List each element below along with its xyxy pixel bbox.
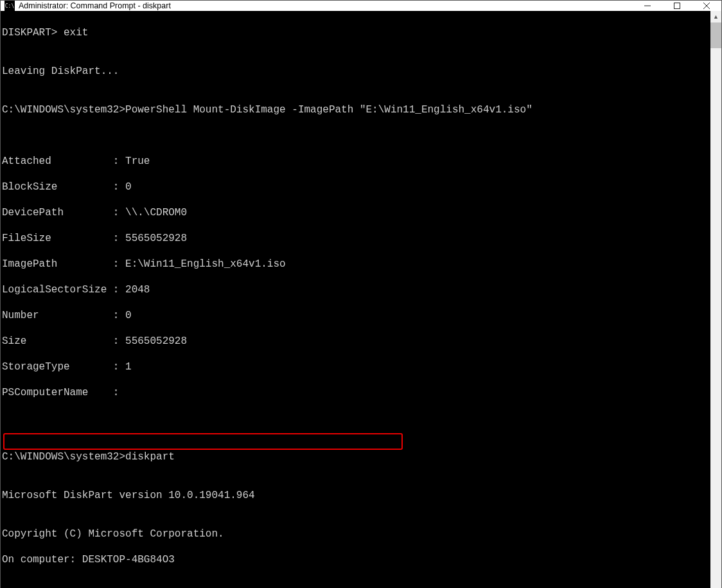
terminal-line: DevicePath : \\.\CDROM0 xyxy=(2,206,709,219)
maximize-button[interactable] xyxy=(662,1,692,11)
annotation-highlight xyxy=(3,433,403,450)
terminal-line: DISKPART> exit xyxy=(2,26,709,39)
terminal-area: DISKPART> exit Leaving DiskPart... C:\WI… xyxy=(1,11,721,588)
minimize-button[interactable] xyxy=(633,1,662,11)
terminal-line: FileSize : 5565052928 xyxy=(2,232,709,245)
titlebar[interactable]: Administrator: Command Prompt - diskpart xyxy=(1,1,721,11)
terminal-line: Leaving DiskPart... xyxy=(2,65,709,78)
terminal-line: C:\WINDOWS\system32>PowerShell Mount-Dis… xyxy=(2,103,709,116)
terminal-line: Number : 0 xyxy=(2,309,709,322)
terminal-line: Size : 5565052928 xyxy=(2,335,709,348)
terminal-line: BlockSize : 0 xyxy=(2,181,709,193)
terminal-line: On computer: DESKTOP-4BG84O3 xyxy=(2,553,709,566)
scroll-up-arrow-icon[interactable]: ▲ xyxy=(710,11,721,22)
cmd-icon xyxy=(4,1,15,11)
terminal-line: Microsoft DiskPart version 10.0.19041.96… xyxy=(2,489,709,502)
svg-rect-1 xyxy=(674,3,680,9)
terminal[interactable]: DISKPART> exit Leaving DiskPart... C:\WI… xyxy=(1,11,710,588)
command-prompt-window: Administrator: Command Prompt - diskpart… xyxy=(0,0,722,588)
titlebar-left: Administrator: Command Prompt - diskpart xyxy=(4,1,171,11)
terminal-line: C:\WINDOWS\system32>diskpart xyxy=(2,450,709,463)
terminal-line: Copyright (C) Microsoft Corporation. xyxy=(2,528,709,540)
scroll-thumb[interactable] xyxy=(710,22,721,48)
terminal-line: StorageType : 1 xyxy=(2,361,709,373)
terminal-line: ImagePath : E:\Win11_English_x64v1.iso xyxy=(2,258,709,271)
terminal-line: Attached : True xyxy=(2,155,709,168)
vertical-scrollbar[interactable]: ▲ ▼ xyxy=(710,11,721,588)
window-controls xyxy=(633,1,721,11)
terminal-line: PSComputerName : xyxy=(2,386,709,399)
close-button[interactable] xyxy=(692,1,721,11)
terminal-line: LogicalSectorSize : 2048 xyxy=(2,283,709,296)
window-title: Administrator: Command Prompt - diskpart xyxy=(19,1,171,10)
